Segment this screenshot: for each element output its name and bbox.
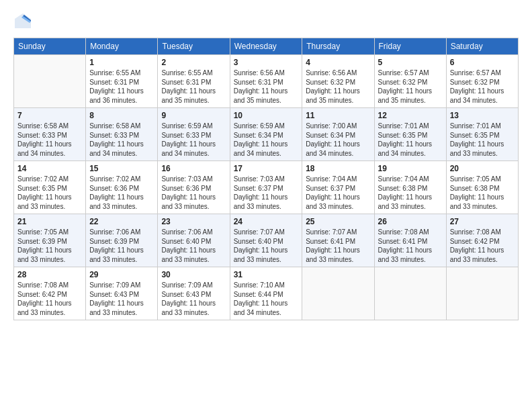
day-number: 5 [378,58,443,67]
day-number: 4 [306,58,370,67]
calendar-cell: 19Sunrise: 7:04 AMSunset: 6:38 PMDayligh… [374,161,446,214]
day-number: 24 [234,217,299,226]
calendar-cell: 4Sunrise: 6:56 AMSunset: 6:32 PMDaylight… [302,55,374,108]
calendar-week-row: 28Sunrise: 7:08 AMSunset: 6:42 PMDayligh… [14,267,519,320]
day-number: 27 [450,217,515,226]
day-number: 21 [17,217,82,226]
calendar-week-row: 7Sunrise: 6:58 AMSunset: 6:33 PMDaylight… [14,108,519,161]
calendar-cell [14,55,86,108]
calendar-header-row: SundayMondayTuesdayWednesdayThursdayFrid… [14,38,519,55]
day-number: 19 [378,164,443,173]
calendar-cell: 10Sunrise: 6:59 AMSunset: 6:34 PMDayligh… [230,108,302,161]
day-info: Sunrise: 7:09 AMSunset: 6:43 PMDaylight:… [161,281,226,317]
day-info: Sunrise: 6:59 AMSunset: 6:34 PMDaylight:… [234,122,299,158]
page: SundayMondayTuesdayWednesdayThursdayFrid… [0,0,532,411]
calendar-cell: 3Sunrise: 6:56 AMSunset: 6:31 PMDaylight… [230,55,302,108]
calendar-cell: 24Sunrise: 7:07 AMSunset: 6:40 PMDayligh… [230,214,302,267]
header [13,12,519,31]
calendar-cell: 15Sunrise: 7:02 AMSunset: 6:36 PMDayligh… [86,161,158,214]
calendar-cell: 17Sunrise: 7:03 AMSunset: 6:37 PMDayligh… [230,161,302,214]
calendar-cell: 1Sunrise: 6:55 AMSunset: 6:31 PMDaylight… [86,55,158,108]
day-number: 10 [234,111,299,120]
day-info: Sunrise: 6:56 AMSunset: 6:32 PMDaylight:… [306,68,370,105]
calendar-cell: 2Sunrise: 6:55 AMSunset: 6:31 PMDaylight… [158,55,230,108]
calendar-table: SundayMondayTuesdayWednesdayThursdayFrid… [13,38,519,320]
day-number: 13 [450,111,515,120]
col-header-wednesday: Wednesday [230,38,302,55]
calendar-cell: 23Sunrise: 7:06 AMSunset: 6:40 PMDayligh… [158,214,230,267]
calendar-cell: 11Sunrise: 7:00 AMSunset: 6:34 PMDayligh… [302,108,374,161]
day-info: Sunrise: 7:07 AMSunset: 6:40 PMDaylight:… [234,228,299,264]
calendar-cell: 27Sunrise: 7:08 AMSunset: 6:42 PMDayligh… [446,214,518,267]
day-info: Sunrise: 7:06 AMSunset: 6:40 PMDaylight:… [161,228,226,264]
day-number: 9 [161,111,226,120]
day-info: Sunrise: 6:58 AMSunset: 6:33 PMDaylight:… [17,122,82,158]
day-info: Sunrise: 7:08 AMSunset: 6:42 PMDaylight:… [450,228,515,264]
day-number: 26 [378,217,443,226]
day-info: Sunrise: 6:57 AMSunset: 6:32 PMDaylight:… [378,68,443,105]
day-number: 25 [306,217,370,226]
calendar-cell: 14Sunrise: 7:02 AMSunset: 6:35 PMDayligh… [14,161,86,214]
day-number: 17 [234,164,299,173]
day-info: Sunrise: 6:58 AMSunset: 6:33 PMDaylight:… [89,122,154,158]
day-number: 29 [89,270,154,279]
calendar-cell: 31Sunrise: 7:10 AMSunset: 6:44 PMDayligh… [230,267,302,320]
day-number: 12 [378,111,443,120]
calendar-cell: 5Sunrise: 6:57 AMSunset: 6:32 PMDaylight… [374,55,446,108]
day-number: 8 [89,111,154,120]
day-info: Sunrise: 6:57 AMSunset: 6:32 PMDaylight:… [450,68,515,105]
logo-icon [13,12,32,31]
day-number: 2 [161,58,226,67]
calendar-cell: 28Sunrise: 7:08 AMSunset: 6:42 PMDayligh… [14,267,86,320]
calendar-week-row: 14Sunrise: 7:02 AMSunset: 6:35 PMDayligh… [14,161,519,214]
day-info: Sunrise: 7:09 AMSunset: 6:43 PMDaylight:… [89,281,154,317]
day-number: 30 [161,270,226,279]
calendar-cell: 18Sunrise: 7:04 AMSunset: 6:37 PMDayligh… [302,161,374,214]
day-number: 1 [89,58,154,67]
calendar-cell: 13Sunrise: 7:01 AMSunset: 6:35 PMDayligh… [446,108,518,161]
day-number: 3 [234,58,299,67]
calendar-cell: 29Sunrise: 7:09 AMSunset: 6:43 PMDayligh… [86,267,158,320]
day-info: Sunrise: 6:59 AMSunset: 6:33 PMDaylight:… [161,122,226,158]
col-header-monday: Monday [86,38,158,55]
day-info: Sunrise: 7:03 AMSunset: 6:36 PMDaylight:… [161,175,226,211]
calendar-cell: 30Sunrise: 7:09 AMSunset: 6:43 PMDayligh… [158,267,230,320]
day-number: 15 [89,164,154,173]
calendar-cell: 26Sunrise: 7:08 AMSunset: 6:41 PMDayligh… [374,214,446,267]
day-info: Sunrise: 7:02 AMSunset: 6:35 PMDaylight:… [17,175,82,211]
day-info: Sunrise: 7:02 AMSunset: 6:36 PMDaylight:… [89,175,154,211]
calendar-cell: 12Sunrise: 7:01 AMSunset: 6:35 PMDayligh… [374,108,446,161]
day-info: Sunrise: 7:01 AMSunset: 6:35 PMDaylight:… [450,122,515,158]
calendar-cell: 9Sunrise: 6:59 AMSunset: 6:33 PMDaylight… [158,108,230,161]
day-number: 31 [234,270,299,279]
calendar-cell [446,267,518,320]
col-header-tuesday: Tuesday [158,38,230,55]
day-info: Sunrise: 6:55 AMSunset: 6:31 PMDaylight:… [161,68,226,105]
day-info: Sunrise: 7:00 AMSunset: 6:34 PMDaylight:… [306,122,370,158]
day-number: 6 [450,58,515,67]
day-number: 20 [450,164,515,173]
calendar-cell: 21Sunrise: 7:05 AMSunset: 6:39 PMDayligh… [14,214,86,267]
col-header-friday: Friday [374,38,446,55]
day-info: Sunrise: 7:06 AMSunset: 6:39 PMDaylight:… [89,228,154,264]
calendar-cell: 25Sunrise: 7:07 AMSunset: 6:41 PMDayligh… [302,214,374,267]
day-info: Sunrise: 7:03 AMSunset: 6:37 PMDaylight:… [234,175,299,211]
day-info: Sunrise: 7:07 AMSunset: 6:41 PMDaylight:… [306,228,370,264]
day-info: Sunrise: 7:08 AMSunset: 6:41 PMDaylight:… [378,228,443,264]
day-number: 22 [89,217,154,226]
calendar-week-row: 21Sunrise: 7:05 AMSunset: 6:39 PMDayligh… [14,214,519,267]
calendar-week-row: 1Sunrise: 6:55 AMSunset: 6:31 PMDaylight… [14,55,519,108]
day-info: Sunrise: 7:05 AMSunset: 6:38 PMDaylight:… [450,175,515,211]
day-number: 16 [161,164,226,173]
calendar-cell: 20Sunrise: 7:05 AMSunset: 6:38 PMDayligh… [446,161,518,214]
day-number: 14 [17,164,82,173]
day-info: Sunrise: 6:55 AMSunset: 6:31 PMDaylight:… [89,68,154,105]
col-header-sunday: Sunday [14,38,86,55]
calendar-cell: 8Sunrise: 6:58 AMSunset: 6:33 PMDaylight… [86,108,158,161]
calendar-cell [302,267,374,320]
calendar-cell [374,267,446,320]
calendar-cell: 6Sunrise: 6:57 AMSunset: 6:32 PMDaylight… [446,55,518,108]
day-info: Sunrise: 7:04 AMSunset: 6:37 PMDaylight:… [306,175,370,211]
col-header-thursday: Thursday [302,38,374,55]
day-number: 7 [17,111,82,120]
